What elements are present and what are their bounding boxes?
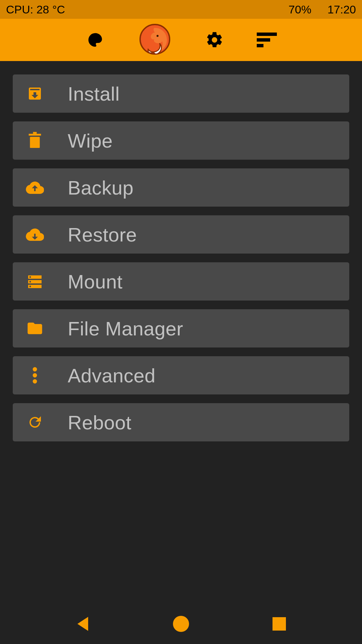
menu-item-restore[interactable]: Restore	[13, 215, 349, 254]
storage-icon	[25, 271, 45, 291]
cloud-upload-icon	[25, 177, 45, 198]
recents-square-icon	[272, 616, 287, 631]
sort-icon	[257, 33, 277, 47]
svg-point-2	[96, 36, 98, 38]
home-circle-icon	[172, 615, 190, 633]
status-time: 17:20	[327, 3, 356, 16]
install-icon	[25, 84, 45, 104]
app-logo[interactable]	[137, 22, 172, 57]
back-triangle-icon	[75, 615, 90, 632]
menu-item-file-manager[interactable]: File Manager	[13, 309, 349, 347]
nav-recents-button[interactable]	[270, 614, 289, 633]
palette-icon	[86, 31, 104, 49]
svg-point-18	[33, 367, 37, 372]
nav-back-button[interactable]	[73, 614, 92, 633]
svg-rect-7	[257, 38, 270, 42]
nav-home-button[interactable]	[172, 614, 190, 633]
svg-rect-22	[273, 617, 286, 631]
main-menu: Install Wipe Backup Restore	[0, 61, 362, 441]
status-cpu-temp: CPU: 28 °C	[6, 3, 65, 16]
menu-label: Wipe	[68, 129, 113, 152]
svg-point-3	[98, 39, 101, 41]
menu-item-advanced[interactable]: Advanced	[13, 356, 349, 394]
svg-point-16	[29, 281, 31, 283]
menu-item-backup[interactable]: Backup	[13, 168, 349, 207]
menu-label: Backup	[68, 176, 133, 199]
status-battery: 70%	[289, 3, 311, 16]
svg-point-21	[173, 616, 189, 632]
svg-rect-8	[257, 44, 263, 47]
svg-rect-6	[257, 33, 277, 36]
folder-icon	[25, 318, 45, 338]
svg-rect-9	[30, 137, 40, 148]
svg-point-20	[33, 379, 37, 384]
theme-button[interactable]	[85, 30, 105, 50]
top-bar	[0, 19, 362, 61]
svg-point-15	[29, 276, 31, 278]
gear-icon	[205, 31, 224, 49]
menu-label: Mount	[68, 270, 123, 293]
svg-rect-11	[33, 132, 37, 134]
menu-label: Reboot	[68, 411, 131, 434]
svg-point-5	[157, 35, 159, 37]
menu-label: File Manager	[68, 317, 183, 340]
svg-point-19	[33, 373, 37, 378]
refresh-icon	[25, 412, 45, 432]
fox-logo-icon	[137, 22, 172, 57]
svg-point-1	[92, 36, 95, 38]
menu-item-mount[interactable]: Mount	[13, 262, 349, 301]
menu-item-wipe[interactable]: Wipe	[13, 121, 349, 160]
menu-label: Install	[68, 83, 120, 105]
menu-item-install[interactable]: Install	[13, 74, 349, 113]
menu-label: Advanced	[68, 364, 156, 387]
trash-icon	[25, 130, 45, 151]
svg-rect-10	[29, 134, 41, 136]
status-bar: CPU: 28 °C 70% 17:20	[0, 0, 362, 19]
svg-point-0	[90, 39, 92, 41]
nav-bar	[0, 604, 362, 644]
menu-item-reboot[interactable]: Reboot	[13, 403, 349, 441]
cloud-download-icon	[25, 224, 45, 245]
settings-button[interactable]	[204, 30, 225, 50]
svg-point-17	[29, 286, 31, 287]
sort-button[interactable]	[257, 30, 277, 50]
menu-label: Restore	[68, 223, 137, 246]
more-vert-icon	[25, 365, 45, 385]
